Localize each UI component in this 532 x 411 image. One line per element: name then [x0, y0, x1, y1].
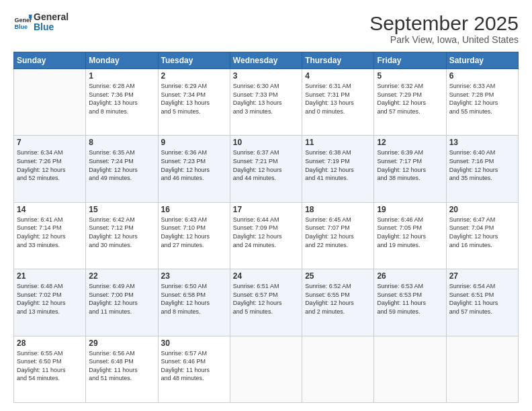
day-info: Sunrise: 6:52 AMSunset: 6:55 PMDaylight:… [305, 282, 371, 316]
day-number: 26 [377, 271, 443, 281]
day-header-thursday: Thursday [302, 52, 374, 69]
page-title: September 2025 [369, 12, 519, 34]
day-number: 2 [161, 71, 227, 81]
header: General Blue General Blue September 2025… [13, 12, 519, 45]
day-header-friday: Friday [374, 52, 446, 69]
day-number: 15 [89, 205, 154, 214]
calendar-header-row: SundayMondayTuesdayWednesdayThursdayFrid… [14, 52, 519, 69]
calendar-cell: 12Sunrise: 6:39 AMSunset: 7:17 PMDayligh… [374, 136, 446, 202]
day-info: Sunrise: 6:29 AMSunset: 7:34 PMDaylight:… [161, 82, 227, 116]
day-info: Sunrise: 6:55 AMSunset: 6:50 PMDaylight:… [17, 349, 83, 383]
calendar-cell: 23Sunrise: 6:50 AMSunset: 6:58 PMDayligh… [158, 269, 230, 336]
calendar-cell: 9Sunrise: 6:36 AMSunset: 7:23 PMDaylight… [158, 136, 230, 202]
calendar-cell [302, 336, 374, 402]
day-number: 1 [89, 71, 154, 81]
calendar-week-row: 28Sunrise: 6:55 AMSunset: 6:50 PMDayligh… [14, 336, 519, 402]
day-info: Sunrise: 6:28 AMSunset: 7:36 PMDaylight:… [89, 82, 154, 116]
page: General Blue General Blue September 2025… [0, 0, 532, 411]
calendar-cell: 11Sunrise: 6:38 AMSunset: 7:19 PMDayligh… [302, 136, 374, 202]
calendar-cell: 20Sunrise: 6:47 AMSunset: 7:04 PMDayligh… [446, 202, 518, 269]
calendar-cell [446, 336, 518, 402]
day-info: Sunrise: 6:41 AMSunset: 7:14 PMDaylight:… [17, 216, 83, 249]
day-number: 28 [17, 338, 83, 348]
day-number: 24 [233, 271, 299, 281]
day-number: 11 [305, 138, 371, 147]
calendar-cell: 14Sunrise: 6:41 AMSunset: 7:14 PMDayligh… [14, 202, 86, 269]
day-number: 12 [377, 138, 443, 147]
calendar-cell: 24Sunrise: 6:51 AMSunset: 6:57 PMDayligh… [230, 269, 302, 336]
day-info: Sunrise: 6:56 AMSunset: 6:48 PMDaylight:… [89, 349, 154, 383]
day-number: 23 [161, 271, 227, 281]
calendar-cell: 18Sunrise: 6:45 AMSunset: 7:07 PMDayligh… [302, 202, 374, 269]
day-number: 16 [161, 205, 227, 214]
calendar-cell: 28Sunrise: 6:55 AMSunset: 6:50 PMDayligh… [14, 336, 86, 402]
logo: General Blue General Blue [13, 12, 69, 33]
day-number: 3 [233, 71, 299, 81]
logo-text-general: General [34, 12, 69, 22]
day-number: 8 [89, 138, 154, 147]
day-number: 14 [17, 205, 83, 214]
calendar-cell: 27Sunrise: 6:54 AMSunset: 6:51 PMDayligh… [446, 269, 518, 336]
day-number: 18 [305, 205, 371, 214]
day-number: 9 [161, 138, 227, 147]
calendar-cell: 21Sunrise: 6:48 AMSunset: 7:02 PMDayligh… [14, 269, 86, 336]
day-info: Sunrise: 6:42 AMSunset: 7:12 PMDaylight:… [89, 216, 154, 249]
day-info: Sunrise: 6:44 AMSunset: 7:09 PMDaylight:… [233, 216, 299, 249]
day-number: 22 [89, 271, 154, 281]
calendar-week-row: 7Sunrise: 6:34 AMSunset: 7:26 PMDaylight… [14, 136, 519, 202]
day-info: Sunrise: 6:45 AMSunset: 7:07 PMDaylight:… [305, 216, 371, 249]
title-block: September 2025 Park View, Iowa, United S… [369, 12, 519, 45]
calendar-cell: 25Sunrise: 6:52 AMSunset: 6:55 PMDayligh… [302, 269, 374, 336]
calendar-cell: 16Sunrise: 6:43 AMSunset: 7:10 PMDayligh… [158, 202, 230, 269]
day-info: Sunrise: 6:51 AMSunset: 6:57 PMDaylight:… [233, 282, 299, 316]
calendar-cell [14, 69, 86, 136]
day-info: Sunrise: 6:50 AMSunset: 6:58 PMDaylight:… [161, 282, 227, 316]
day-info: Sunrise: 6:49 AMSunset: 7:00 PMDaylight:… [89, 282, 154, 316]
day-number: 17 [233, 205, 299, 214]
day-info: Sunrise: 6:30 AMSunset: 7:33 PMDaylight:… [233, 82, 299, 116]
logo-text-blue: Blue [34, 22, 69, 32]
logo-icon: General Blue [13, 13, 32, 32]
calendar-cell: 8Sunrise: 6:35 AMSunset: 7:24 PMDaylight… [86, 136, 158, 202]
day-info: Sunrise: 6:34 AMSunset: 7:26 PMDaylight:… [17, 148, 83, 182]
day-info: Sunrise: 6:40 AMSunset: 7:16 PMDaylight:… [449, 148, 515, 182]
calendar-cell: 2Sunrise: 6:29 AMSunset: 7:34 PMDaylight… [158, 69, 230, 136]
day-info: Sunrise: 6:43 AMSunset: 7:10 PMDaylight:… [161, 216, 227, 249]
day-number: 25 [305, 271, 371, 281]
day-number: 13 [449, 138, 515, 147]
day-info: Sunrise: 6:37 AMSunset: 7:21 PMDaylight:… [233, 148, 299, 182]
day-number: 7 [17, 138, 83, 147]
day-header-tuesday: Tuesday [158, 52, 230, 69]
day-info: Sunrise: 6:39 AMSunset: 7:17 PMDaylight:… [377, 148, 443, 182]
day-info: Sunrise: 6:46 AMSunset: 7:05 PMDaylight:… [377, 216, 443, 249]
day-info: Sunrise: 6:47 AMSunset: 7:04 PMDaylight:… [449, 216, 515, 249]
day-header-monday: Monday [86, 52, 158, 69]
calendar-cell: 6Sunrise: 6:33 AMSunset: 7:28 PMDaylight… [446, 69, 518, 136]
calendar-cell: 1Sunrise: 6:28 AMSunset: 7:36 PMDaylight… [86, 69, 158, 136]
day-header-sunday: Sunday [14, 52, 86, 69]
day-number: 27 [449, 271, 515, 281]
calendar-cell: 5Sunrise: 6:32 AMSunset: 7:29 PMDaylight… [374, 69, 446, 136]
day-info: Sunrise: 6:48 AMSunset: 7:02 PMDaylight:… [17, 282, 83, 316]
calendar-cell: 26Sunrise: 6:53 AMSunset: 6:53 PMDayligh… [374, 269, 446, 336]
day-header-wednesday: Wednesday [230, 52, 302, 69]
svg-text:Blue: Blue [14, 24, 28, 30]
calendar-cell: 30Sunrise: 6:57 AMSunset: 6:46 PMDayligh… [158, 336, 230, 402]
day-number: 5 [377, 71, 443, 81]
calendar-cell [230, 336, 302, 402]
calendar-cell: 29Sunrise: 6:56 AMSunset: 6:48 PMDayligh… [86, 336, 158, 402]
day-info: Sunrise: 6:32 AMSunset: 7:29 PMDaylight:… [377, 82, 443, 116]
day-number: 19 [377, 205, 443, 214]
day-number: 30 [161, 338, 227, 348]
day-number: 29 [89, 338, 154, 348]
day-info: Sunrise: 6:36 AMSunset: 7:23 PMDaylight:… [161, 148, 227, 182]
day-number: 6 [449, 71, 515, 81]
day-number: 10 [233, 138, 299, 147]
calendar-cell [374, 336, 446, 402]
calendar-cell: 13Sunrise: 6:40 AMSunset: 7:16 PMDayligh… [446, 136, 518, 202]
day-info: Sunrise: 6:31 AMSunset: 7:31 PMDaylight:… [305, 82, 371, 116]
day-info: Sunrise: 6:53 AMSunset: 6:53 PMDaylight:… [377, 282, 443, 316]
calendar-cell: 15Sunrise: 6:42 AMSunset: 7:12 PMDayligh… [86, 202, 158, 269]
calendar-week-row: 1Sunrise: 6:28 AMSunset: 7:36 PMDaylight… [14, 69, 519, 136]
calendar-cell: 17Sunrise: 6:44 AMSunset: 7:09 PMDayligh… [230, 202, 302, 269]
